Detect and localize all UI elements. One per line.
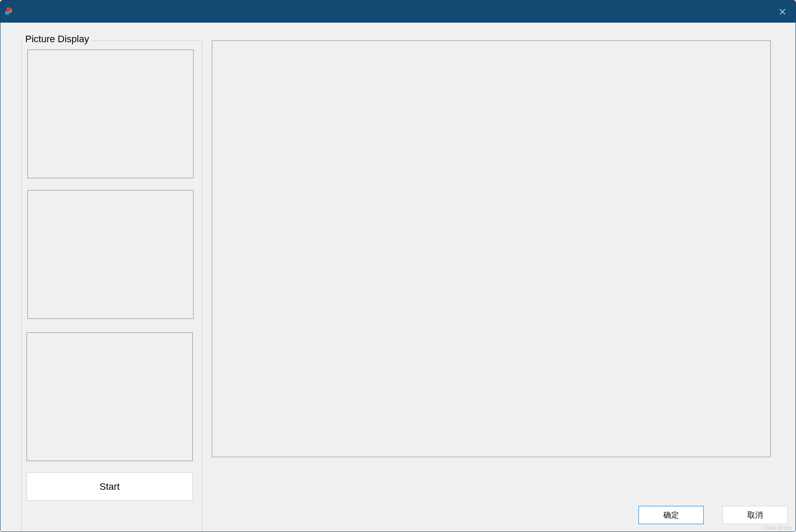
close-button[interactable] [769, 0, 796, 23]
svg-rect-2 [7, 7, 10, 11]
start-button[interactable]: Start [27, 472, 193, 501]
close-icon [779, 8, 786, 15]
thumbnail-slot-3 [27, 332, 193, 461]
picture-display-groupbox: Picture Display Start [21, 40, 202, 532]
thumbnail-slot-1 [27, 50, 194, 178]
ok-button[interactable]: 确定 [639, 506, 704, 524]
thumbnail-slot-2 [27, 190, 194, 319]
cancel-button[interactable]: 取消 [722, 506, 788, 524]
groupbox-label: Picture Display [23, 33, 91, 45]
client-area: Picture Display Start 确定 取消 CSDN @zlilc [0, 23, 796, 532]
watermark: CSDN @zlilc [762, 525, 792, 531]
main-picture-area [212, 40, 771, 457]
app-icon [4, 7, 14, 17]
titlebar [0, 0, 796, 23]
main-window: Picture Display Start 确定 取消 CSDN @zlilc [0, 0, 796, 532]
